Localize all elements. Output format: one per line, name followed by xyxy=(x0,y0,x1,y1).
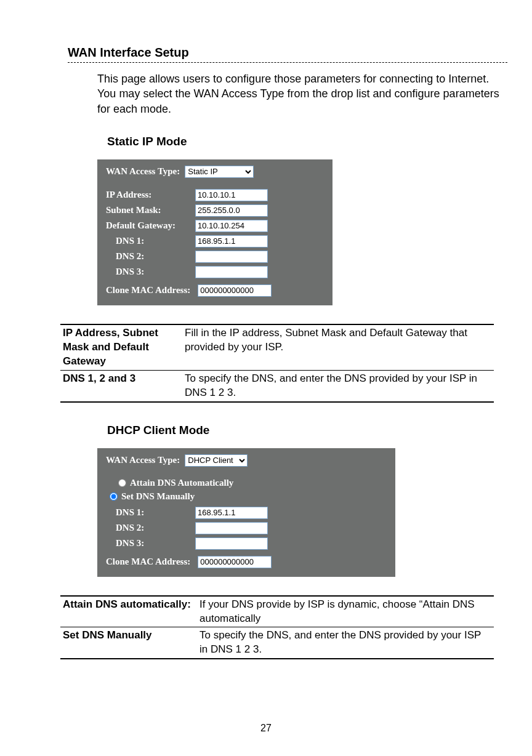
dns1-label: DNS 1: xyxy=(106,507,195,518)
dns2-label: DNS 2: xyxy=(106,523,195,533)
dns1-label: DNS 1: xyxy=(106,236,195,246)
table-cell: Set DNS Manually xyxy=(60,627,197,659)
static-desc-table: IP Address, Subnet Mask and Default Gate… xyxy=(60,324,494,403)
dns3-input[interactable] xyxy=(195,537,268,550)
intro-text: This page allows users to configure thos… xyxy=(97,71,501,116)
default-gateway-input[interactable] xyxy=(195,220,268,232)
set-dns-manual-radio[interactable] xyxy=(110,493,118,501)
dns3-label: DNS 3: xyxy=(106,267,195,277)
dns2-input[interactable] xyxy=(195,522,268,534)
ip-address-label: IP Address: xyxy=(106,190,195,200)
dhcp-mode-panel: WAN Access Type: DHCP Client Attain DNS … xyxy=(97,448,395,577)
dhcp-mode-heading: DHCP Client Mode xyxy=(107,424,507,437)
table-cell: DNS 1, 2 and 3 xyxy=(60,370,182,401)
table-cell: IP Address, Subnet Mask and Default Gate… xyxy=(60,324,182,370)
wan-access-type-label: WAN Access Type: xyxy=(106,166,180,177)
wan-access-type-label: WAN Access Type: xyxy=(106,455,180,465)
page-number: 27 xyxy=(0,723,532,734)
dhcp-desc-table: Attain DNS automatically: If your DNS pr… xyxy=(60,595,494,660)
subnet-mask-label: Subnet Mask: xyxy=(106,205,195,215)
dns1-input[interactable] xyxy=(195,235,268,247)
table-cell: If your DNS provide by ISP is dynamic, c… xyxy=(197,596,494,627)
static-mode-panel: WAN Access Type: Static IP IP Address: S… xyxy=(97,159,332,305)
subnet-mask-input[interactable] xyxy=(195,204,268,217)
dns2-label: DNS 2: xyxy=(106,251,195,262)
dns3-label: DNS 3: xyxy=(106,538,195,549)
wan-access-type-select[interactable]: Static IP xyxy=(185,166,254,178)
table-cell: To specify the DNS, and enter the DNS pr… xyxy=(197,627,494,659)
dns2-input[interactable] xyxy=(195,251,268,263)
table-cell: To specify the DNS, and enter the DNS pr… xyxy=(182,370,494,401)
table-cell: Attain DNS automatically: xyxy=(60,596,197,627)
wan-access-type-select[interactable]: DHCP Client xyxy=(185,454,248,467)
dns3-input[interactable] xyxy=(195,266,268,278)
clone-mac-label: Clone MAC Address: xyxy=(106,557,190,567)
ip-address-input[interactable] xyxy=(195,189,268,201)
default-gateway-label: Default Gateway: xyxy=(106,220,195,231)
attain-dns-radio[interactable] xyxy=(118,479,126,487)
table-cell: Fill in the IP address, Subnet Mask and … xyxy=(182,324,494,370)
dns1-input[interactable] xyxy=(195,507,268,519)
static-mode-heading: Static IP Mode xyxy=(107,135,507,148)
set-dns-manual-label: Set DNS Manually xyxy=(121,491,195,502)
clone-mac-input[interactable] xyxy=(198,556,272,568)
clone-mac-label: Clone MAC Address: xyxy=(106,285,190,296)
attain-dns-label: Attain DNS Automatically xyxy=(130,478,233,488)
clone-mac-input[interactable] xyxy=(198,284,272,297)
page-title: WAN Interface Setup xyxy=(68,46,507,63)
